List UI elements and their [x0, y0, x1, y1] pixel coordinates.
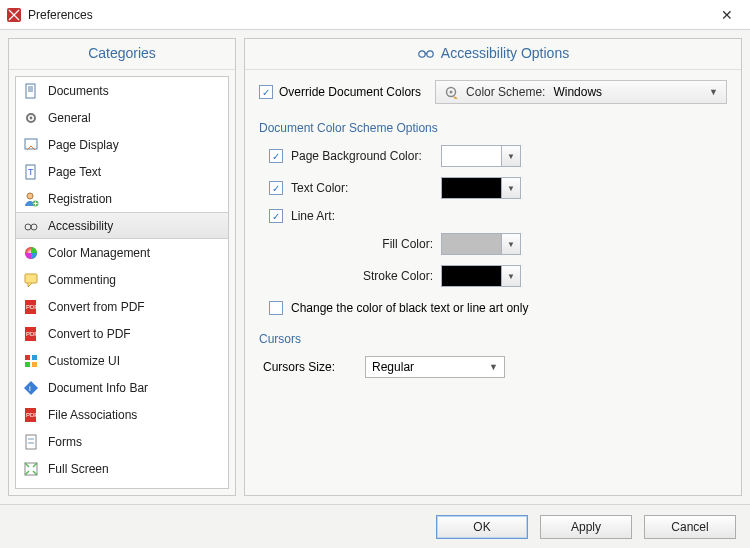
- svg-point-9: [25, 224, 31, 230]
- cancel-button[interactable]: Cancel: [644, 515, 736, 539]
- text-color-picker[interactable]: ▼: [441, 177, 521, 199]
- fullscreen-icon: [22, 460, 40, 478]
- category-item-commenting[interactable]: Commenting: [16, 266, 228, 293]
- category-item-label: Registration: [48, 192, 112, 206]
- stroke-color-picker[interactable]: ▼: [441, 265, 521, 287]
- grid-icon: [22, 352, 40, 370]
- color-scheme-dropdown[interactable]: Color Scheme: Windows ▼: [435, 80, 727, 104]
- svg-text:PDF: PDF: [26, 331, 38, 337]
- svg-rect-25: [28, 438, 34, 440]
- svg-rect-26: [28, 442, 34, 444]
- category-item-color-management[interactable]: Color Management: [16, 239, 228, 266]
- categories-list[interactable]: DocumentsGeneralPage DisplayTPage TextRe…: [15, 76, 229, 489]
- close-button[interactable]: ✕: [712, 7, 742, 23]
- svg-text:PDF: PDF: [26, 412, 38, 418]
- page-text-icon: T: [22, 163, 40, 181]
- category-item-convert-to-pdf[interactable]: PDFConvert to PDF: [16, 320, 228, 347]
- window-title: Preferences: [28, 8, 712, 22]
- svg-rect-17: [25, 355, 30, 360]
- cursors-title: Cursors: [259, 332, 727, 346]
- scheme-label: Color Scheme:: [466, 85, 545, 99]
- category-item-label: Page Display: [48, 138, 119, 152]
- svg-text:T: T: [28, 167, 34, 177]
- category-item-full-screen[interactable]: Full Screen: [16, 455, 228, 482]
- pdf-from-icon: PDF: [22, 298, 40, 316]
- pdf-file-icon: PDF: [22, 406, 40, 424]
- category-item-label: Color Management: [48, 246, 150, 260]
- override-checkbox-row[interactable]: Override Document Colors: [259, 85, 421, 99]
- cursors-body: Cursors Size: Regular ▼: [263, 356, 727, 378]
- line-art-checkbox[interactable]: [269, 209, 283, 223]
- cursors-size-select[interactable]: Regular ▼: [365, 356, 505, 378]
- override-row: Override Document Colors Color Scheme: W…: [259, 80, 727, 104]
- chevron-down-icon: ▼: [489, 362, 498, 372]
- category-item-label: Convert from PDF: [48, 300, 145, 314]
- category-item-document-info-bar[interactable]: iDocument Info Bar: [16, 374, 228, 401]
- svg-point-3: [30, 116, 33, 119]
- page-bg-label: Page Background Color:: [291, 149, 441, 163]
- category-item-general[interactable]: General: [16, 104, 228, 131]
- category-item-identity[interactable]: Identity: [16, 482, 228, 489]
- override-checkbox[interactable]: [259, 85, 273, 99]
- category-item-customize-ui[interactable]: Customize UI: [16, 347, 228, 374]
- document-icon: [22, 82, 40, 100]
- category-item-label: Commenting: [48, 273, 116, 287]
- glasses-icon: [22, 217, 40, 235]
- svg-rect-4: [25, 139, 37, 149]
- doc-color-scheme-group: Document Color Scheme Options Page Backg…: [259, 114, 727, 315]
- svg-point-32: [450, 91, 453, 94]
- svg-point-29: [419, 51, 425, 57]
- chevron-down-icon: ▼: [502, 178, 520, 198]
- content-area: Categories DocumentsGeneralPage DisplayT…: [0, 30, 750, 504]
- page-bg-checkbox[interactable]: [269, 149, 283, 163]
- chevron-down-icon: ▼: [502, 266, 520, 286]
- category-item-label: Customize UI: [48, 354, 120, 368]
- page-bg-color-picker[interactable]: ▼: [441, 145, 521, 167]
- svg-text:PDF: PDF: [26, 304, 38, 310]
- category-item-page-text[interactable]: TPage Text: [16, 158, 228, 185]
- black-only-row[interactable]: Change the color of black text or line a…: [269, 301, 727, 315]
- category-item-file-associations[interactable]: PDFFile Associations: [16, 401, 228, 428]
- gear-icon: [22, 109, 40, 127]
- category-item-documents[interactable]: Documents: [16, 77, 228, 104]
- cursors-group: Cursors Cursors Size: Regular ▼: [259, 325, 727, 378]
- category-item-convert-from-pdf[interactable]: PDFConvert from PDF: [16, 293, 228, 320]
- cursors-size-value: Regular: [372, 360, 489, 374]
- stroke-color-swatch: [442, 266, 502, 286]
- text-color-swatch: [442, 178, 502, 198]
- black-only-label: Change the color of black text or line a…: [291, 301, 528, 315]
- category-item-label: Identity: [48, 489, 87, 490]
- svg-point-7: [27, 193, 33, 199]
- svg-point-10: [31, 224, 37, 230]
- fill-color-picker[interactable]: ▼: [441, 233, 521, 255]
- category-item-forms[interactable]: Forms: [16, 428, 228, 455]
- scheme-value: Windows: [553, 85, 701, 99]
- options-title-text: Accessibility Options: [441, 45, 569, 61]
- pdf-to-icon: PDF: [22, 325, 40, 343]
- apply-button[interactable]: Apply: [540, 515, 632, 539]
- override-label: Override Document Colors: [279, 85, 421, 99]
- black-only-checkbox[interactable]: [269, 301, 283, 315]
- category-item-registration[interactable]: Registration: [16, 185, 228, 212]
- stroke-color-row: Stroke Color: ▼: [269, 265, 727, 287]
- chevron-down-icon: ▼: [502, 234, 520, 254]
- svg-rect-12: [25, 274, 37, 283]
- category-item-label: File Associations: [48, 408, 137, 422]
- category-item-page-display[interactable]: Page Display: [16, 131, 228, 158]
- category-item-label: Forms: [48, 435, 82, 449]
- ok-button[interactable]: OK: [436, 515, 528, 539]
- category-item-label: General: [48, 111, 91, 125]
- category-item-accessibility[interactable]: Accessibility: [16, 212, 228, 239]
- categories-panel: Categories DocumentsGeneralPage DisplayT…: [8, 38, 236, 496]
- text-color-checkbox[interactable]: [269, 181, 283, 195]
- svg-point-30: [427, 51, 433, 57]
- dialog-footer: OK Apply Cancel: [0, 504, 750, 548]
- gear-icon: [444, 85, 458, 99]
- line-art-label: Line Art:: [291, 209, 441, 223]
- fill-color-swatch: [442, 234, 502, 254]
- options-panel: Accessibility Options Override Document …: [244, 38, 742, 496]
- cursors-size-label: Cursors Size:: [263, 360, 335, 374]
- options-title: Accessibility Options: [245, 39, 741, 70]
- fill-color-row: Fill Color: ▼: [269, 233, 727, 255]
- stroke-color-label: Stroke Color:: [269, 269, 441, 283]
